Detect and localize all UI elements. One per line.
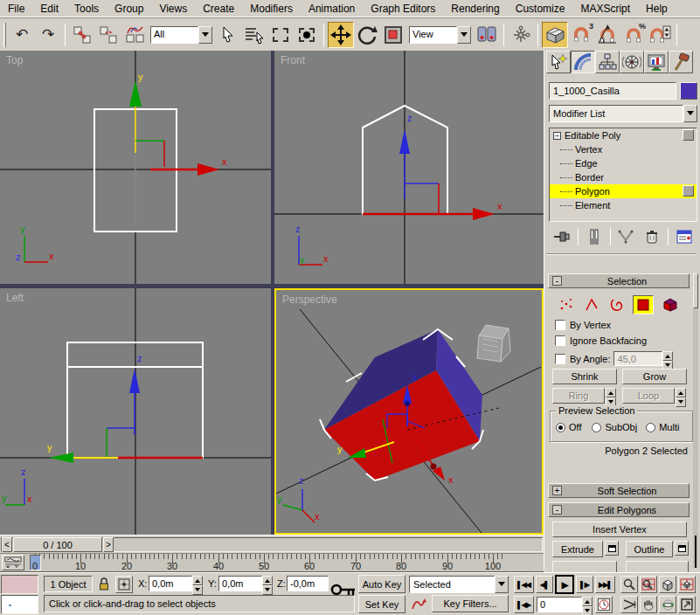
collapse-icon[interactable]: -	[552, 276, 562, 286]
key-filter-combo[interactable]: Selected	[409, 576, 509, 593]
extrude-button[interactable]: Extrude	[552, 541, 603, 557]
tab-display[interactable]	[644, 51, 669, 73]
select-and-rotate-button[interactable]	[354, 22, 380, 48]
zoom-all-button[interactable]	[640, 576, 657, 593]
edit-polygons-rollout-header[interactable]: - Edit Polygons	[548, 502, 690, 517]
viewport-top-label[interactable]: Top	[6, 54, 23, 66]
stack-row-vertex[interactable]: Vertex	[550, 142, 697, 156]
by-angle-field[interactable]: 45,0	[613, 351, 662, 366]
outline-button[interactable]: Outline	[626, 541, 673, 557]
track-bar[interactable]: 0 10 20 30 40 50 60 70 80 90 100	[0, 553, 544, 572]
previous-frame-slider-button[interactable]: <	[2, 537, 12, 552]
key-filters-button[interactable]: Key Filters...	[432, 595, 509, 612]
menu-maxscript[interactable]: MAXScript	[572, 0, 638, 17]
x-coordinate-field[interactable]: 0,0m	[149, 576, 192, 591]
viewport-left[interactable]: z y z y x Left	[0, 288, 271, 535]
coordinate-system-dropdown-button[interactable]	[457, 26, 471, 44]
maxscript-listener-field[interactable]	[1, 595, 38, 614]
ignore-backfacing-row[interactable]: Ignore Backfacing	[555, 335, 647, 346]
go-to-start-button[interactable]: ▌◀◀	[514, 576, 534, 593]
viewport-perspective-label[interactable]: Perspective	[282, 294, 337, 306]
stack-root-state-icon[interactable]	[683, 129, 694, 141]
y-spinner[interactable]	[262, 576, 273, 591]
element-mode-button[interactable]	[660, 295, 681, 314]
remove-modifier-button[interactable]	[641, 227, 662, 246]
percent-snap-button[interactable]: %	[620, 22, 647, 48]
configure-modifier-sets-button[interactable]	[674, 227, 695, 246]
select-and-manipulate-button[interactable]	[508, 22, 534, 48]
time-configuration-button[interactable]	[595, 596, 613, 613]
current-frame-field[interactable]: 0	[537, 597, 582, 612]
tab-motion[interactable]	[620, 51, 644, 73]
pin-stack-button[interactable]	[551, 227, 572, 246]
viewport-front[interactable]: z x z y x Front	[274, 51, 544, 284]
select-and-scale-button[interactable]	[380, 22, 406, 48]
polygon-mode-button-active[interactable]	[633, 295, 654, 314]
zoom-button[interactable]	[620, 576, 638, 593]
menu-graph-editors[interactable]: Graph Editors	[363, 0, 443, 17]
menu-views[interactable]: Views	[151, 0, 195, 17]
selection-filter-dropdown-button[interactable]	[198, 26, 212, 44]
by-angle-checkbox[interactable]	[555, 354, 565, 364]
unlink-selection-button[interactable]	[95, 22, 121, 48]
selection-rollout-header[interactable]: - Selection	[548, 273, 690, 288]
stack-row-polygon-selected[interactable]: Polygon	[550, 184, 697, 198]
x-spinner[interactable]	[192, 576, 203, 591]
soft-selection-rollout-header[interactable]: + Soft Selection	[548, 483, 690, 498]
angle-snap-button[interactable]	[594, 22, 620, 48]
by-vertex-row[interactable]: By Vertex	[555, 320, 611, 330]
stack-row-edge[interactable]: Edge	[550, 156, 697, 170]
outline-settings-button[interactable]	[675, 541, 689, 556]
modifier-list-combo[interactable]: Modifier List	[549, 105, 697, 122]
reference-coordinate-system-combo[interactable]: View	[409, 26, 471, 44]
by-angle-spinner[interactable]	[662, 351, 673, 366]
tab-create[interactable]	[546, 51, 571, 73]
selection-lock-toggle[interactable]	[96, 576, 112, 592]
border-mode-button[interactable]	[607, 296, 627, 314]
by-vertex-checkbox[interactable]	[555, 320, 565, 330]
by-angle-row[interactable]: By Angle: 45,0	[555, 351, 695, 366]
stack-polygon-state-icon[interactable]	[683, 185, 694, 197]
set-key-button[interactable]: Set Key	[358, 595, 405, 613]
absolute-offset-mode-toggle[interactable]	[115, 576, 133, 593]
key-filter-dropdown-button[interactable]	[495, 576, 509, 593]
next-frame-button[interactable]: ▌▶	[576, 576, 593, 593]
panel-scrollbar[interactable]	[693, 273, 698, 568]
viewport-front-label[interactable]: Front	[281, 54, 305, 66]
modifier-list-dropdown-button[interactable]	[683, 105, 697, 122]
rectangular-selection-region-button[interactable]	[267, 22, 294, 48]
next-frame-slider-button[interactable]: >	[103, 537, 114, 552]
play-button[interactable]: ▶	[555, 575, 574, 594]
select-and-link-button[interactable]	[69, 22, 95, 48]
menu-tools[interactable]: Tools	[66, 0, 107, 17]
select-object-button[interactable]	[215, 22, 241, 48]
selection-filter-combo[interactable]: All	[150, 26, 212, 44]
menu-rendering[interactable]: Rendering	[443, 0, 507, 17]
tab-modify[interactable]	[571, 51, 595, 73]
preview-subobj-radio[interactable]	[592, 423, 601, 432]
shrink-button[interactable]: Shrink	[552, 369, 617, 384]
ignore-backfacing-checkbox[interactable]	[555, 335, 565, 346]
open-mini-curve-editor-button[interactable]	[2, 555, 24, 570]
menu-customize[interactable]: Customize	[508, 0, 573, 17]
ring-button[interactable]: Ring	[552, 388, 605, 404]
edge-mode-button[interactable]	[582, 296, 601, 314]
loop-spinner[interactable]	[676, 388, 686, 404]
previous-frame-button[interactable]: ◀▌	[536, 576, 553, 593]
undo-button[interactable]: ↶	[9, 22, 35, 48]
menu-help[interactable]: Help	[638, 0, 676, 17]
pan-button[interactable]	[640, 596, 657, 613]
extrude-settings-button[interactable]	[605, 541, 619, 556]
snaps-3d-button[interactable]: 3	[568, 22, 594, 48]
viewport-left-label[interactable]: Left	[6, 292, 24, 304]
spinner-snap-button[interactable]	[647, 22, 673, 48]
ring-spinner[interactable]	[606, 388, 616, 404]
viewport-top[interactable]: y x y z x Top	[0, 51, 271, 284]
partially-visible-button[interactable]	[552, 561, 617, 573]
key-mode-toggle-button[interactable]: ▌◀▶	[514, 596, 534, 613]
insert-vertex-button[interactable]: Insert Vertex	[552, 522, 687, 537]
auto-key-button[interactable]: Auto Key	[358, 575, 405, 593]
make-unique-button[interactable]	[615, 227, 636, 246]
zoom-extents-button[interactable]	[659, 576, 676, 593]
z-coordinate-field[interactable]: -0,0m	[287, 576, 329, 591]
